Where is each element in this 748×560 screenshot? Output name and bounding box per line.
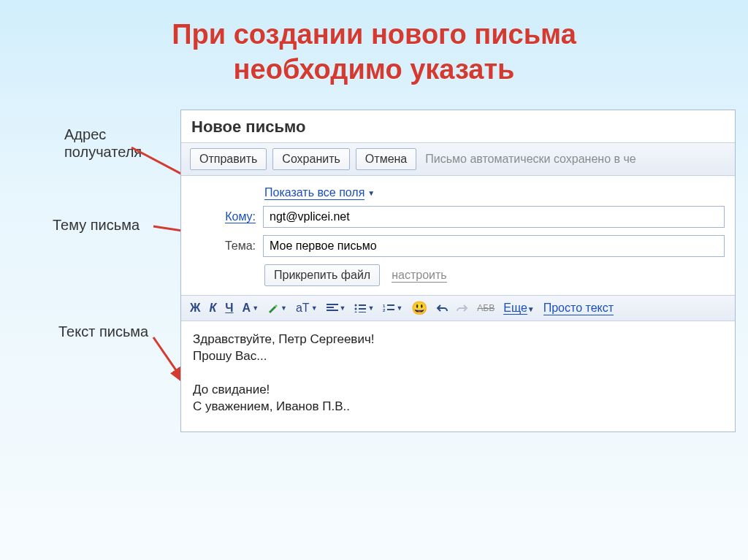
configure-link[interactable]: настроить — [392, 269, 446, 283]
attach-file-button[interactable]: Прикрепить файл — [264, 264, 380, 286]
svg-point-4 — [355, 308, 357, 310]
undo-button[interactable] — [436, 303, 448, 313]
chevron-down-icon: ▼ — [311, 304, 318, 312]
subject-field[interactable] — [263, 235, 725, 257]
bullet-list-icon — [354, 304, 366, 312]
chevron-down-icon: ▼ — [252, 304, 259, 312]
underline-button[interactable]: Ч — [225, 302, 233, 315]
font-size-icon: аТ — [296, 302, 310, 315]
more-link[interactable]: Еще — [503, 302, 527, 315]
numbered-list-button[interactable]: 12▼ — [383, 304, 402, 312]
plain-text-link[interactable]: Просто текст — [543, 302, 614, 315]
chevron-down-icon: ▼ — [527, 305, 535, 313]
chevron-down-icon: ▼ — [367, 189, 375, 197]
send-button[interactable]: Отправить — [190, 148, 267, 170]
svg-point-5 — [355, 312, 357, 313]
chevron-down-icon: ▼ — [340, 304, 346, 312]
slide-title: При создании нового письма необходимо ук… — [0, 0, 748, 94]
side-label-recipient: Адрес получателя — [64, 126, 142, 161]
bold-button[interactable]: Ж — [190, 302, 200, 315]
svg-point-3 — [355, 304, 357, 307]
save-button[interactable]: Сохранить — [272, 148, 350, 170]
window-title: Новое письмо — [181, 110, 735, 142]
email-compose-window: Новое письмо Отправить Сохранить Отмена … — [180, 110, 736, 432]
slide-title-line2: необходимо указать — [29, 53, 719, 88]
subject-row: Тема: — [191, 235, 725, 257]
autosave-status: Письмо автоматически сохранено в че — [425, 153, 636, 166]
subject-label: Тема: — [191, 239, 256, 253]
format-toolbar: Ж К Ч А▼ ▼ аТ▼ ▼ ▼ 12▼ 😃 АБВ Е — [181, 295, 735, 321]
align-icon — [327, 304, 338, 312]
bullet-list-button[interactable]: ▼ — [354, 304, 374, 312]
side-label-subject: Тему письма — [53, 216, 140, 234]
font-size-button[interactable]: аТ▼ — [296, 302, 318, 315]
side-label-recipient-l2: получателя — [64, 143, 142, 161]
chevron-down-icon: ▼ — [367, 304, 374, 312]
side-label-recipient-l1: Адрес — [64, 126, 142, 143]
cancel-button[interactable]: Отмена — [356, 148, 416, 170]
show-all-fields-row: Показать все поля ▼ — [264, 186, 725, 200]
svg-text:2: 2 — [383, 308, 386, 312]
toolbar: Отправить Сохранить Отмена Письмо автома… — [181, 142, 735, 176]
attach-row: Прикрепить файл настроить — [264, 264, 725, 286]
form-area: Показать все поля ▼ Кому: Тема: Прикрепи… — [181, 176, 735, 295]
to-label-link[interactable]: Кому: — [225, 210, 256, 223]
emoji-button[interactable]: 😃 — [411, 300, 427, 316]
side-label-body: Текст письма — [58, 323, 148, 340]
redo-icon — [457, 303, 468, 313]
strikethrough-button[interactable]: АБВ — [477, 303, 495, 313]
slide-title-line1: При создании нового письма — [29, 18, 719, 53]
to-field[interactable] — [263, 206, 725, 228]
message-body[interactable]: Здравствуйте, Петр Сергеевич! Прошу Вас.… — [181, 321, 735, 431]
italic-button[interactable]: К — [209, 302, 216, 315]
redo-button[interactable] — [457, 303, 468, 313]
highlight-button[interactable]: ▼ — [267, 303, 287, 313]
emoji-icon: 😃 — [411, 300, 427, 316]
align-button[interactable]: ▼ — [327, 304, 346, 312]
show-all-fields-link[interactable]: Показать все поля — [264, 186, 365, 200]
font-color-a-icon: А — [243, 302, 251, 315]
undo-icon — [436, 303, 448, 313]
chevron-down-icon: ▼ — [280, 304, 287, 312]
more-dropdown[interactable]: Еще▼ — [503, 302, 534, 315]
highlighter-icon — [267, 303, 279, 313]
font-color-button[interactable]: А▼ — [243, 302, 259, 315]
numbered-list-icon: 12 — [383, 304, 394, 312]
chevron-down-icon: ▼ — [396, 304, 402, 312]
to-row: Кому: — [191, 206, 725, 228]
to-label: Кому: — [191, 210, 256, 223]
